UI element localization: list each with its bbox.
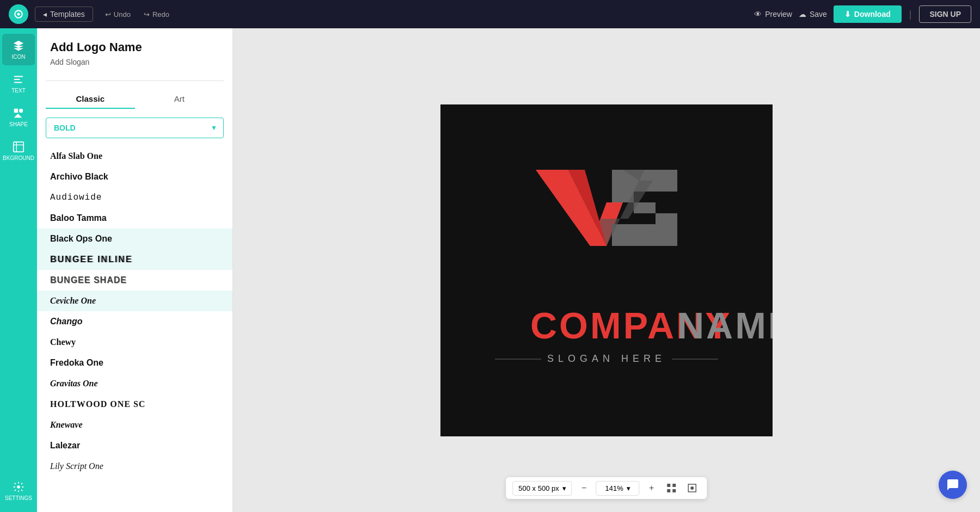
preview-button[interactable]: 👁 Preview (754, 10, 792, 18)
svg-rect-2 (14, 108, 18, 112)
sidebar-icon-label: ICON (12, 54, 26, 60)
save-label: Save (810, 10, 827, 18)
sidebar-item-bkground[interactable]: BKGROUND (2, 135, 35, 166)
list-item[interactable]: BUNGEE SHADE (37, 270, 232, 291)
font-style-dropdown[interactable]: BOLD THIN NORMAL ITALIC (46, 118, 224, 138)
sidebar-item-text[interactable]: TEXT (2, 67, 35, 99)
svg-point-1 (17, 13, 20, 16)
list-item[interactable]: Archivo Black (37, 166, 232, 187)
list-item[interactable]: Baloo Tamma (37, 208, 232, 229)
tab-classic[interactable]: Classic (46, 90, 135, 109)
sidebar-settings-label: SETTINGS (5, 495, 32, 501)
topbar-right: 👁 Preview ☁ Save ⬇ Download | SIGN UP (754, 5, 971, 23)
font-list: Alfa Slab One Archivo Black Audiowide Ba… (37, 143, 232, 512)
zoom-level-display[interactable]: 141% ▾ (596, 481, 640, 496)
list-item[interactable]: Audiowide (37, 187, 232, 208)
save-icon: ☁ (799, 10, 806, 18)
download-icon: ⬇ (844, 10, 851, 18)
font-panel-title: Add Logo Name (50, 40, 219, 54)
undo-icon: ↩ (105, 10, 111, 18)
size-selector[interactable]: 500 x 500 px ▾ (512, 481, 572, 496)
list-item[interactable]: Alfa Slab One (37, 146, 232, 166)
svg-point-6 (17, 485, 20, 489)
svg-text:NAME: NAME (677, 305, 773, 346)
redo-icon: ↪ (144, 10, 150, 18)
svg-rect-17 (667, 484, 671, 487)
svg-point-22 (691, 486, 694, 490)
tabs: Classic Art (37, 90, 232, 109)
font-panel-subtitle: Add Slogan (50, 58, 219, 66)
preview-label: Preview (765, 10, 792, 18)
save-button[interactable]: ☁ Save (799, 10, 827, 18)
list-item[interactable]: Lalezar (37, 435, 232, 456)
chat-icon (946, 478, 959, 491)
undo-label: Undo (114, 10, 131, 18)
zoom-in-button[interactable]: + (644, 480, 659, 496)
bottom-control-bar: 500 x 500 px ▾ − 141% ▾ + (506, 477, 707, 499)
topbar: ◂ Templates ↩ Undo ↪ Redo 👁 Preview ☁ Sa… (0, 0, 980, 28)
grid-icon (667, 483, 677, 493)
undo-redo-group: ↩ Undo ↪ Redo (100, 8, 175, 21)
font-style-dropdown-container: BOLD THIN NORMAL ITALIC ▼ (46, 118, 224, 138)
svg-rect-20 (673, 489, 676, 492)
logo-canvas[interactable]: COMPANY NAME SLOGAN HERE (440, 104, 773, 436)
zoom-out-button[interactable]: − (577, 480, 592, 496)
list-item[interactable]: HOLTWOOD ONE SC (37, 394, 232, 415)
chevron-left-icon: ◂ (43, 10, 47, 18)
templates-button[interactable]: ◂ Templates (35, 7, 93, 22)
icon-sidebar: ICON TEXT SHAPE BKGROUND SETTINGS (0, 28, 37, 512)
main-layout: ICON TEXT SHAPE BKGROUND SETTINGS Add Lo… (0, 28, 980, 512)
list-item[interactable]: Ceviche One (37, 291, 232, 311)
svg-marker-10 (536, 170, 607, 246)
list-item[interactable]: BUNGEE INLINE (37, 249, 232, 270)
fit-view-button[interactable] (684, 481, 701, 495)
svg-text:SLOGAN HERE: SLOGAN HERE (547, 353, 666, 364)
download-button[interactable]: ⬇ Download (834, 5, 902, 23)
fit-icon (688, 483, 697, 493)
undo-button[interactable]: ↩ Undo (100, 8, 136, 21)
font-panel-header: Add Logo Name Add Slogan (37, 28, 232, 81)
logo-svg: COMPANY NAME SLOGAN HERE (440, 104, 773, 436)
topbar-left: ◂ Templates ↩ Undo ↪ Redo (9, 4, 175, 24)
redo-button[interactable]: ↪ Redo (138, 8, 175, 21)
eye-icon: 👁 (754, 10, 762, 18)
sidebar-bkground-label: BKGROUND (3, 155, 34, 161)
signup-button[interactable]: SIGN UP (919, 5, 971, 23)
templates-label: Templates (50, 10, 85, 18)
svg-rect-5 (14, 141, 23, 151)
zoom-label: 141% (605, 484, 623, 492)
dropdown-wrap: BOLD THIN NORMAL ITALIC ▼ (37, 109, 232, 143)
svg-rect-19 (667, 489, 671, 492)
chat-button[interactable] (939, 471, 967, 499)
list-item[interactable]: Lily Script One (37, 456, 232, 477)
canvas-area: COMPANY NAME SLOGAN HERE 500 x 500 px ▾ … (233, 28, 980, 512)
download-label: Download (854, 10, 891, 18)
sidebar-shape-label: SHAPE (9, 121, 28, 127)
list-item[interactable]: Chango (37, 311, 232, 332)
font-panel: Add Logo Name Add Slogan Classic Art BOL… (37, 28, 233, 512)
tab-art[interactable]: Art (135, 90, 224, 109)
list-item[interactable]: Fredoka One (37, 353, 232, 373)
svg-rect-18 (673, 484, 676, 487)
redo-label: Redo (152, 10, 169, 18)
svg-marker-4 (14, 113, 22, 117)
app-logo[interactable] (9, 4, 28, 24)
svg-point-3 (19, 108, 23, 112)
grid-view-button[interactable] (664, 481, 680, 495)
list-item[interactable]: Knewave (37, 415, 232, 435)
list-item[interactable]: Black Ops One (37, 229, 232, 249)
divider-1 (46, 81, 224, 81)
size-dropdown-icon: ▾ (562, 484, 566, 492)
sidebar-item-icon[interactable]: ICON (2, 34, 35, 65)
sidebar-text-label: TEXT (11, 88, 26, 94)
sidebar-item-settings[interactable]: SETTINGS (2, 475, 35, 507)
sidebar-item-shape[interactable]: SHAPE (2, 101, 35, 133)
size-label: 500 x 500 px (518, 484, 559, 492)
list-item[interactable]: Gravitas One (37, 373, 232, 394)
zoom-dropdown-icon: ▾ (627, 484, 630, 492)
list-item[interactable]: Chewy (37, 332, 232, 353)
